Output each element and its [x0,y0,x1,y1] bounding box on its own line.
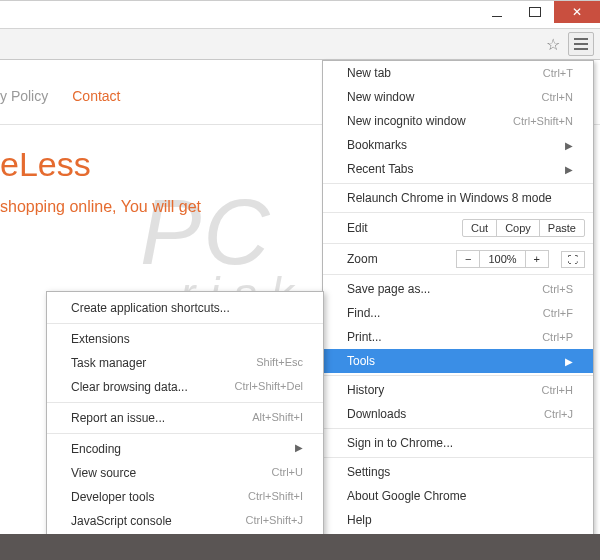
maximize-button[interactable] [516,1,554,23]
tools-create-shortcuts[interactable]: Create application shortcuts... [47,296,323,320]
tools-view-source[interactable]: View sourceCtrl+U [47,461,323,485]
minimize-button[interactable] [478,1,516,23]
zoom-in-button[interactable]: + [525,250,549,268]
edit-paste-button[interactable]: Paste [539,220,584,236]
menu-recent-tabs[interactable]: Recent Tabs▶ [323,157,593,181]
footer-stripe [0,534,600,560]
zoom-out-button[interactable]: − [456,250,480,268]
bookmark-star-icon[interactable]: ☆ [542,33,564,56]
tools-task-manager[interactable]: Task managerShift+Esc [47,351,323,375]
browser-toolbar: ☆ [0,28,600,60]
menu-sign-in[interactable]: Sign in to Chrome... [323,431,593,455]
chrome-main-menu: New tabCtrl+T New windowCtrl+N New incog… [322,60,594,560]
tools-js-console[interactable]: JavaScript consoleCtrl+Shift+J [47,509,323,533]
zoom-value: 100% [479,250,525,268]
edit-cut-button[interactable]: Cut [463,220,496,236]
menu-new-incognito[interactable]: New incognito windowCtrl+Shift+N [323,109,593,133]
tools-encoding[interactable]: Encoding▶ [47,437,323,461]
tools-clear-data[interactable]: Clear browsing data...Ctrl+Shift+Del [47,375,323,399]
tools-report-issue[interactable]: Report an issue...Alt+Shift+I [47,406,323,430]
menu-new-tab[interactable]: New tabCtrl+T [323,61,593,85]
menu-bookmarks[interactable]: Bookmarks▶ [323,133,593,157]
nav-policy[interactable]: y Policy [0,88,48,104]
nav-contact[interactable]: Contact [72,88,120,104]
menu-find[interactable]: Find...Ctrl+F [323,301,593,325]
menu-edit-row: Edit Cut Copy Paste [323,215,593,241]
menu-history[interactable]: HistoryCtrl+H [323,378,593,402]
tools-extensions[interactable]: Extensions [47,327,323,351]
window-titlebar [0,0,600,28]
menu-downloads[interactable]: DownloadsCtrl+J [323,402,593,426]
zoom-label: Zoom [347,252,451,266]
tools-submenu: Create application shortcuts... Extensio… [46,291,324,560]
menu-about[interactable]: About Google Chrome [323,484,593,508]
menu-help[interactable]: Help [323,508,593,532]
close-button[interactable] [554,1,600,23]
fullscreen-button[interactable]: ⛶ [561,251,585,268]
edit-copy-button[interactable]: Copy [496,220,539,236]
chrome-menu-button[interactable] [568,32,594,56]
tools-developer-tools[interactable]: Developer toolsCtrl+Shift+I [47,485,323,509]
menu-print[interactable]: Print...Ctrl+P [323,325,593,349]
chevron-right-icon: ▶ [565,140,573,151]
menu-zoom-row: Zoom − 100% + ⛶ [323,246,593,272]
menu-relaunch[interactable]: Relaunch Chrome in Windows 8 mode [323,186,593,210]
menu-new-window[interactable]: New windowCtrl+N [323,85,593,109]
chevron-right-icon: ▶ [295,442,303,456]
menu-settings[interactable]: Settings [323,460,593,484]
menu-tools[interactable]: Tools▶ [323,349,593,373]
chevron-right-icon: ▶ [565,356,573,367]
edit-label: Edit [347,221,456,235]
menu-save-page[interactable]: Save page as...Ctrl+S [323,277,593,301]
chevron-right-icon: ▶ [565,164,573,175]
